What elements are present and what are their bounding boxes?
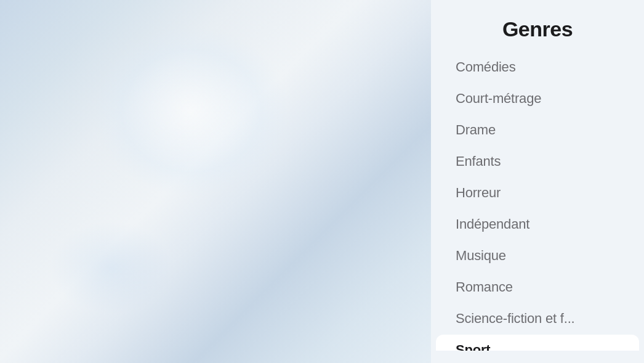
- genres-panel: Genres ComédiesCourt-métrageDrameEnfants…: [431, 0, 644, 363]
- genre-label-sport: Sport: [456, 342, 490, 351]
- genre-label-musique: Musique: [456, 248, 506, 264]
- background-image: [0, 0, 431, 363]
- genre-item-independant[interactable]: Indépendant: [436, 209, 639, 240]
- genre-label-independant: Indépendant: [456, 216, 529, 232]
- genre-label-drame: Drame: [456, 122, 496, 138]
- genres-list: ComédiesCourt-métrageDrameEnfantsHorreur…: [431, 51, 644, 351]
- genre-item-drame[interactable]: Drame: [436, 115, 639, 145]
- genre-label-romance: Romance: [456, 279, 513, 295]
- genre-item-horreur[interactable]: Horreur: [436, 177, 639, 208]
- genre-item-comedies[interactable]: Comédies: [436, 52, 639, 83]
- genre-item-enfants[interactable]: Enfants: [436, 146, 639, 177]
- genre-label-court-metrage: Court-métrage: [456, 91, 541, 107]
- genre-item-romance[interactable]: Romance: [436, 272, 639, 303]
- genre-item-court-metrage[interactable]: Court-métrage: [436, 83, 639, 114]
- genres-title: Genres: [431, 17, 644, 41]
- genre-item-musique[interactable]: Musique: [436, 240, 639, 271]
- genre-label-comedies: Comédies: [456, 59, 515, 75]
- genre-label-science-fiction: Science-fiction et f...: [456, 311, 575, 327]
- genre-item-science-fiction[interactable]: Science-fiction et f...: [436, 303, 639, 334]
- genre-label-horreur: Horreur: [456, 185, 501, 201]
- genre-item-sport[interactable]: Sport: [436, 335, 639, 351]
- left-background-panel: [0, 0, 431, 363]
- genre-label-enfants: Enfants: [456, 153, 501, 169]
